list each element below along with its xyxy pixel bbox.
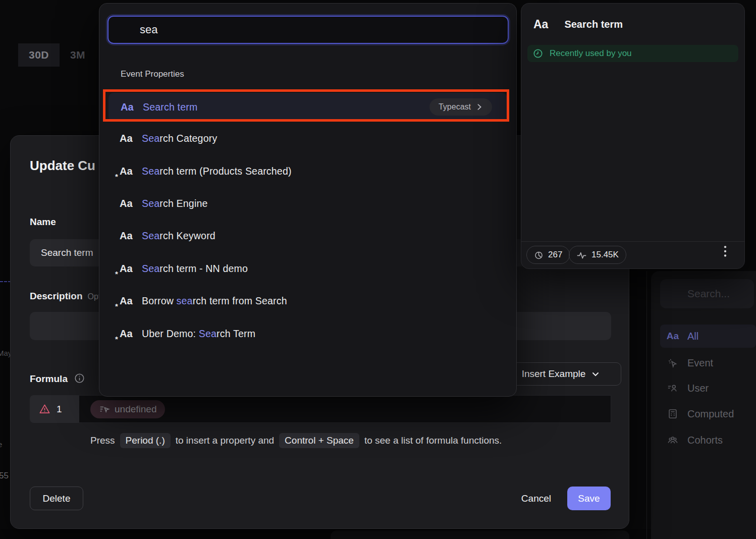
section-header-event-properties: Event Properties [121, 69, 184, 79]
app-screen: D 30D 3M May e 55 Aa All Event User [0, 0, 756, 539]
property-type-sidebar: Aa All Event User Computed Cohorts [651, 271, 756, 539]
custom-text-type-icon: Aa* [120, 166, 142, 177]
info-icon[interactable] [74, 372, 85, 384]
sidebar-item-cohorts[interactable]: Cohorts [660, 428, 756, 452]
text-type-icon: Aa [533, 18, 548, 31]
sidebar-item-computed[interactable]: Computed [660, 402, 756, 425]
text-type-icon: Aa [120, 133, 142, 144]
property-item-search-keyword[interactable]: Aa Search Keyword [107, 226, 509, 246]
text-type-icon: Aa [120, 198, 142, 209]
volume-stat-pill[interactable]: 15.45K [569, 246, 626, 264]
sidebar-item-event[interactable]: Event [660, 351, 756, 374]
error-line-number: 1 [57, 404, 62, 415]
formula-undefined-chip[interactable]: undefined [90, 400, 165, 418]
recently-used-badge: Recently used by you [527, 45, 738, 62]
time-range-tab-3m[interactable]: 3M [60, 43, 96, 67]
clock-icon [532, 48, 544, 59]
time-range-tab-7d[interactable]: D [0, 43, 8, 67]
chevron-down-icon [591, 370, 600, 378]
property-item-search-term-products-searched[interactable]: Aa* Search term (Products Searched) [107, 161, 509, 181]
property-item-uber-demo-search-term[interactable]: Aa* Uber Demo: Search Term [107, 324, 509, 344]
property-item-borrow-search-term[interactable]: Aa* Borrow search term from Search [107, 291, 509, 311]
chart-line-fragment [0, 281, 11, 282]
calculator-icon [666, 408, 679, 419]
text-type-icon: Aa [121, 101, 143, 113]
more-options-kebab-icon[interactable] [719, 244, 733, 259]
name-label: Name [30, 217, 56, 228]
time-range-tab-30d[interactable]: 30D [18, 43, 60, 67]
formula-editor[interactable]: undefined [79, 395, 611, 423]
property-item-search-term-nn-demo[interactable]: Aa* Search term - NN demo [107, 258, 509, 279]
modal-title: Update Cu [30, 158, 95, 174]
sidebar-item-user[interactable]: User [660, 376, 756, 400]
insert-example-button[interactable]: Insert Example [500, 362, 621, 386]
control-space-key-chip: Control + Space [279, 433, 359, 448]
property-search-dropdown: Event Properties Aa Search term Typecast… [99, 3, 517, 397]
delete-button[interactable]: Delete [30, 487, 83, 510]
cohorts-icon [666, 435, 679, 446]
pie-chart-icon [534, 250, 544, 260]
chevron-right-icon [476, 103, 483, 111]
sidebar-item-all[interactable]: Aa All [660, 325, 756, 348]
custom-text-type-icon: Aa* [120, 263, 142, 275]
save-button[interactable]: Save [567, 487, 611, 510]
panel-edge-line [646, 271, 647, 539]
user-icon [666, 383, 679, 394]
typecast-badge[interactable]: Typecast [429, 98, 492, 116]
sidebar-search-input[interactable] [660, 279, 754, 308]
text-type-icon: Aa [666, 331, 679, 342]
formula-error-gutter: 1 [30, 395, 79, 423]
chart-partial-label: e [0, 440, 2, 449]
property-item-search-category[interactable]: Aa Search Category [107, 128, 509, 148]
custom-text-type-icon: Aa* [120, 328, 142, 340]
period-key-chip: Period (.) [120, 433, 171, 448]
chart-axis-value-label: 55 [0, 471, 9, 481]
property-search-input[interactable] [107, 16, 509, 44]
activity-icon [576, 250, 587, 260]
event-cursor-icon [666, 357, 679, 368]
property-details-panel: Aa Search term Recently used by you 267 … [521, 3, 745, 269]
formula-label: Formula [30, 372, 85, 385]
warning-icon [39, 403, 50, 415]
custom-property-icon [99, 404, 110, 415]
background-panel-fragment [331, 530, 629, 539]
property-item-search-engine[interactable]: Aa Search Engine [107, 193, 509, 213]
divider [521, 241, 744, 242]
formula-hint: Press Period (.) to insert a property an… [90, 433, 502, 448]
property-details-title: Search term [564, 19, 623, 30]
custom-text-type-icon: Aa* [120, 295, 142, 307]
text-type-icon: Aa [120, 230, 142, 242]
property-item-search-term[interactable]: Aa Search term Typecast [109, 93, 507, 121]
cardinality-stat-pill[interactable]: 267 [526, 246, 570, 264]
cancel-button[interactable]: Cancel [521, 493, 551, 504]
